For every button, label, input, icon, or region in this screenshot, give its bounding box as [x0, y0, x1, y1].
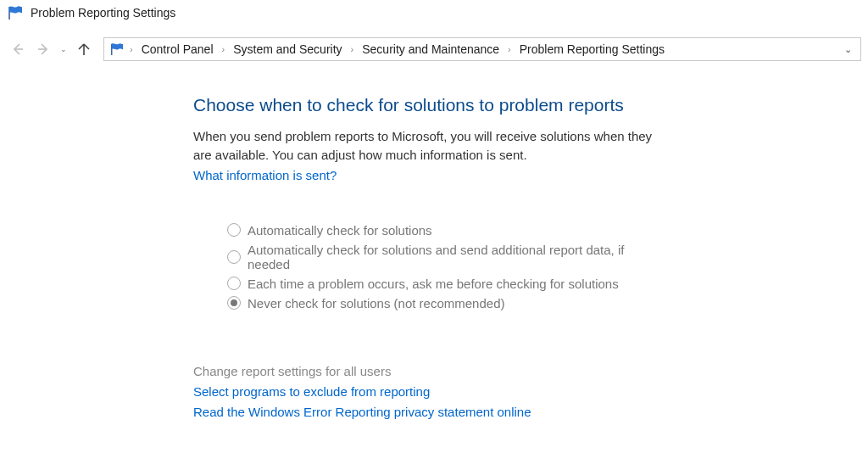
- options-group: Automatically check for solutions Automa…: [227, 223, 661, 310]
- action-center-flag-icon: [109, 42, 125, 56]
- change-all-users-link[interactable]: Change report settings for all users: [193, 361, 661, 382]
- option-label: Automatically check for solutions and se…: [248, 243, 661, 271]
- breadcrumb-control-panel[interactable]: Control Panel: [138, 41, 217, 58]
- title-bar: Problem Reporting Settings: [0, 0, 868, 22]
- action-center-flag-icon: [7, 5, 24, 20]
- option-label: Each time a problem occurs, ask me befor…: [248, 277, 619, 291]
- nav-bar: ⌄ › Control Panel › System and Security …: [0, 37, 868, 61]
- chevron-right-icon: ›: [130, 44, 133, 54]
- radio-icon: [227, 296, 241, 310]
- privacy-statement-link[interactable]: Read the Windows Error Reporting privacy…: [193, 402, 661, 422]
- option-label: Never check for solutions (not recommend…: [248, 296, 504, 310]
- up-button[interactable]: [73, 38, 95, 60]
- breadcrumb-system-security[interactable]: System and Security: [230, 41, 345, 58]
- chevron-right-icon: ›: [351, 44, 354, 54]
- breadcrumb-security-maintenance[interactable]: Security and Maintenance: [359, 41, 503, 58]
- recent-locations-dropdown[interactable]: ⌄: [58, 45, 70, 53]
- footer-links: Change report settings for all users Sel…: [193, 361, 661, 422]
- page-description: When you send problem reports to Microso…: [193, 127, 661, 165]
- content-area: Choose when to check for solutions to pr…: [0, 61, 661, 422]
- back-button[interactable]: [7, 38, 29, 60]
- option-label: Automatically check for solutions: [248, 223, 432, 238]
- option-never-check: Never check for solutions (not recommend…: [227, 296, 661, 310]
- exclude-programs-link[interactable]: Select programs to exclude from reportin…: [193, 382, 661, 402]
- address-bar[interactable]: › Control Panel › System and Security › …: [103, 37, 861, 61]
- radio-icon: [227, 223, 241, 237]
- option-ask-each-time: Each time a problem occurs, ask me befor…: [227, 277, 661, 291]
- breadcrumb-problem-reporting[interactable]: Problem Reporting Settings: [516, 41, 668, 58]
- radio-icon: [227, 277, 241, 290]
- address-dropdown[interactable]: ⌄: [841, 42, 855, 57]
- window-title: Problem Reporting Settings: [31, 6, 175, 20]
- what-info-link[interactable]: What information is sent?: [193, 168, 337, 182]
- option-auto-check: Automatically check for solutions: [227, 223, 661, 238]
- forward-button[interactable]: [32, 38, 54, 60]
- radio-icon: [227, 250, 241, 264]
- option-auto-check-send: Automatically check for solutions and se…: [227, 243, 661, 271]
- chevron-right-icon: ›: [508, 44, 511, 54]
- chevron-right-icon: ›: [222, 44, 225, 54]
- page-heading: Choose when to check for solutions to pr…: [193, 95, 661, 115]
